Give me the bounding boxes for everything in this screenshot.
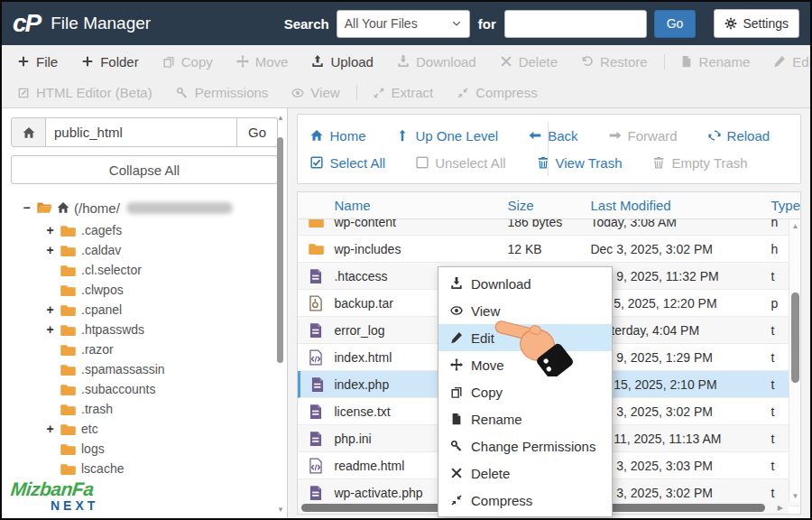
tree-expand-toggle[interactable]: +	[45, 243, 55, 257]
context-menu-item[interactable]: Rename	[438, 405, 612, 432]
tree-item[interactable]: .subaccounts	[45, 379, 278, 399]
tree-expand-toggle[interactable]: +	[45, 422, 55, 436]
nav-link[interactable]: Forward	[609, 128, 678, 144]
context-menu-item[interactable]: Delete	[438, 460, 612, 487]
file-modified: Today, 3:08 AM	[590, 219, 770, 229]
file-modified: Oct 5, 2025, 12:20 PM	[590, 296, 770, 311]
table-row[interactable]: wp-content 186 bytes Today, 3:08 AM h	[298, 219, 800, 236]
vertical-scrollbar-thumb[interactable]	[791, 292, 799, 383]
tree-item[interactable]: + .cagefs	[45, 220, 278, 240]
sidebar-scrollbar-thumb[interactable]	[277, 137, 283, 363]
settings-button[interactable]: Settings	[714, 9, 799, 38]
tree-item[interactable]: .cl.selector	[45, 260, 278, 280]
context-menu-item[interactable]: Download	[438, 270, 612, 297]
scroll-down-arrow-icon[interactable]: ▼	[789, 492, 801, 500]
home-path-button[interactable]	[11, 117, 46, 147]
toolbar-item[interactable]: File	[5, 54, 69, 70]
tree-item[interactable]: .clwpos	[45, 280, 278, 300]
toolbar-item[interactable]: Download	[385, 54, 488, 70]
column-header-name[interactable]: Name	[334, 198, 507, 213]
context-menu-item[interactable]: View	[438, 297, 612, 324]
scroll-up-arrow-icon[interactable]: ▲	[275, 114, 285, 122]
tree-item[interactable]: .razor	[45, 339, 278, 359]
context-menu-item-label: Edit	[471, 330, 494, 346]
tree-item[interactable]: + .caldav	[45, 240, 278, 260]
search-input[interactable]	[504, 10, 647, 38]
mizbanfa-logo: MizbanFa NEXT	[11, 479, 98, 512]
tree-item[interactable]: + etc	[45, 419, 278, 439]
file-modified: Oct 11, 2025, 11:13 AM	[590, 432, 770, 446]
column-header-type[interactable]: Type	[770, 198, 800, 213]
table-row[interactable]: wp-includes 12 KB Dec 3, 2025, 3:02 PM h	[298, 236, 800, 263]
toolbar-item[interactable]: Move	[225, 54, 300, 70]
context-menu-item[interactable]: Edit	[438, 324, 612, 351]
nav-link[interactable]: Empty Trash	[652, 155, 747, 171]
column-header-modified[interactable]: Last Modified	[590, 198, 770, 213]
file-type-icon	[298, 295, 334, 311]
nav-link[interactable]: Back	[529, 128, 577, 144]
toolbar-item[interactable]: Folder	[69, 54, 151, 70]
toolbar-item[interactable]: Restore	[569, 54, 665, 70]
toolbar-item[interactable]: Edit	[761, 54, 812, 70]
collapse-all-button[interactable]: Collapse All	[11, 155, 278, 184]
path-input[interactable]	[46, 117, 237, 147]
nav-link[interactable]: Home	[310, 128, 365, 144]
file-modified: Dec 3, 2025, 3:02 PM	[590, 486, 770, 500]
tree-item[interactable]: logs	[45, 439, 278, 459]
file-type-icon	[298, 241, 334, 256]
scroll-right-arrow-icon[interactable]: ▶	[778, 504, 783, 512]
toolbar-item[interactable]: Extract	[361, 85, 446, 100]
search-go-button[interactable]: Go	[654, 10, 697, 38]
context-menu-item[interactable]: Change Permissions	[438, 432, 612, 460]
scroll-down-arrow-icon[interactable]: ▼	[275, 506, 285, 514]
context-menu-item[interactable]: Move	[438, 351, 612, 378]
tree-item[interactable]: .spamassassin	[45, 359, 278, 379]
tree-item[interactable]: + .htpasswds	[45, 320, 278, 339]
nav-link-label: Up One Level	[415, 128, 498, 144]
toolbar-item[interactable]: HTML Editor (Beta)	[5, 85, 164, 100]
context-menu-item-icon	[450, 494, 463, 506]
toolbar-item[interactable]: Compress	[445, 85, 549, 100]
scroll-up-arrow-icon[interactable]: ▲	[789, 222, 801, 230]
toolbar-item[interactable]: Permissions	[164, 85, 281, 100]
toolbar-item[interactable]: Delete	[488, 54, 569, 70]
tree-root-item[interactable]: − (/home/	[11, 200, 278, 216]
table-header: Name Size Last Modified Type	[298, 192, 800, 219]
path-go-button[interactable]: Go	[237, 117, 278, 147]
folder-tree: + .cagefs + .caldav .cl.selector .clwpos…	[11, 220, 278, 478]
nav-link[interactable]: Up One Level	[396, 128, 498, 144]
toolbar-item[interactable]: Upload	[300, 54, 385, 70]
nav-link[interactable]: View Trash	[537, 155, 623, 171]
mizbanfa-next-text: NEXT	[51, 499, 98, 512]
toolbar-item[interactable]: Rename	[669, 54, 762, 70]
context-menu-item[interactable]: Copy	[438, 378, 612, 405]
table-vertical-scrollbar[interactable]: ▲ ▼	[789, 220, 800, 502]
tree-expand-toggle[interactable]: +	[45, 322, 55, 337]
column-header-size[interactable]: Size	[507, 198, 590, 213]
folder-icon	[60, 362, 76, 377]
nav-link-icon	[310, 156, 323, 169]
tree-expand-toggle[interactable]: +	[45, 223, 55, 237]
tree-item-label: .razor	[81, 342, 114, 357]
tree-item[interactable]: + .cpanel	[45, 300, 278, 320]
context-menu-item[interactable]: Compress	[438, 487, 612, 514]
folder-icon	[60, 342, 76, 358]
tree-collapse-toggle[interactable]: −	[22, 200, 32, 215]
nav-link-icon	[396, 129, 409, 142]
toolbar-item[interactable]: Copy	[151, 54, 225, 70]
tree-item[interactable]: .trash	[45, 399, 278, 419]
nav-row-2: Select All Unselect All View Trash Empty…	[310, 149, 788, 176]
context-menu-item-label: Download	[471, 276, 531, 292]
nav-link-label: Unselect All	[435, 155, 505, 171]
folder-icon	[60, 223, 76, 238]
tree-item[interactable]: lscache	[45, 459, 278, 478]
nav-link[interactable]: Select All	[310, 155, 385, 171]
toolbar-item[interactable]: View	[280, 85, 356, 100]
nav-link-icon	[652, 156, 665, 169]
nav-divider	[548, 122, 549, 176]
search-scope-select[interactable]: All Your Files	[337, 10, 470, 38]
nav-link[interactable]: Unselect All	[416, 155, 505, 171]
sidebar-scrollbar[interactable]: ▲ ▼	[275, 114, 285, 514]
nav-link[interactable]: Reload	[708, 128, 770, 144]
tree-expand-toggle[interactable]: +	[45, 302, 55, 317]
